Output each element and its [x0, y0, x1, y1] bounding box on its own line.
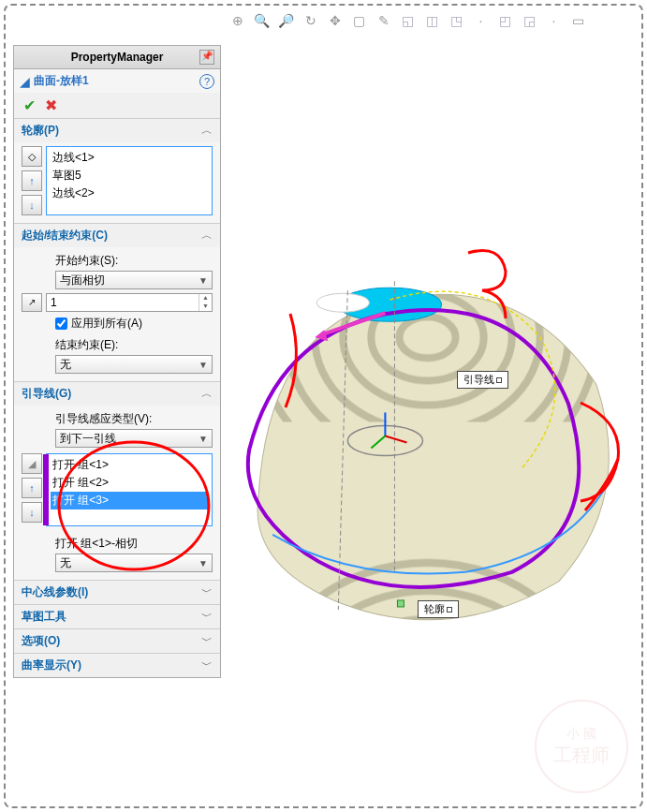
options-header[interactable]: 选项(O) ﹀ [14, 629, 220, 653]
zoom-fit-icon[interactable]: ⊕ [228, 11, 247, 30]
profile-move-up-button[interactable]: ↑ [22, 170, 42, 191]
endpoint-marker [397, 600, 404, 607]
rotate-icon[interactable]: ↻ [301, 11, 320, 30]
chevron-down-icon: ﹀ [201, 633, 213, 649]
chevron-down-icon: ▼ [199, 275, 208, 286]
apply-scene-icon[interactable]: ◰ [496, 11, 515, 30]
view-orient-icon[interactable]: ✎ [375, 11, 393, 30]
sketchtools-header[interactable]: 草图工具 ﹀ [14, 605, 220, 628]
centerline-section: 中心线参数(I) ﹀ [14, 580, 220, 604]
help-icon[interactable]: ? [199, 74, 214, 89]
cancel-button[interactable]: ✖ [45, 96, 57, 114]
profiles-list[interactable]: 边线<1> 草图5 边线<2> [46, 146, 213, 215]
graphics-viewport[interactable]: 引导线 轮廓 [221, 45, 634, 799]
end-constraint-select[interactable]: 无 ▼ [55, 355, 213, 374]
zoom-area-icon[interactable]: 🔍 [253, 11, 272, 30]
apply-all-checkbox[interactable] [55, 317, 67, 330]
chevron-down-icon: ▼ [199, 434, 208, 444]
guide-move-down-button[interactable]: ↓ [22, 502, 42, 523]
chevron-up-icon: ︿ [201, 123, 213, 139]
influence-label: 引导线感应类型(V): [55, 411, 213, 427]
chevron-down-icon: ▼ [199, 558, 208, 568]
chevron-down-icon: ﹀ [201, 657, 213, 673]
list-item[interactable]: 打开 组<1> [51, 456, 208, 474]
direction-button[interactable]: ↗ [22, 293, 42, 312]
chevron-down-icon: ﹀ [201, 609, 213, 625]
profile-move-down-button[interactable]: ↓ [22, 195, 42, 215]
profile-top-hole [316, 293, 369, 312]
spin-down[interactable]: ▼ [199, 303, 212, 311]
profiles-header[interactable]: 轮廓(P) ︿ [14, 119, 220, 142]
feature-title-row: ◢ 曲面-放样1 ? [14, 69, 220, 93]
apply-all-label: 应用到所有(A) [71, 316, 142, 332]
profiles-section: 轮廓(P) ︿ ◇ ↑ ↓ 边线<1> 草图5 边线<2> [14, 118, 220, 223]
ok-button[interactable]: ✔ [23, 96, 36, 114]
guide-tangent-icon[interactable]: ◢ [22, 453, 42, 474]
guide-move-up-button[interactable]: ↑ [22, 478, 42, 498]
start-constraint-label: 开始约束(S): [55, 253, 213, 269]
tangent-length-input[interactable]: ▲▼ [46, 293, 213, 312]
guides-list[interactable]: 打开 组<1> 打开 组<2> 打开 组<3> [46, 453, 213, 526]
chevron-down-icon: ▼ [199, 360, 208, 370]
list-item[interactable]: 边线<1> [51, 149, 208, 167]
pan-icon[interactable]: ✥ [326, 11, 345, 30]
constraints-header[interactable]: 起始/结束约束(C) ︿ [14, 224, 220, 247]
guides-header[interactable]: 引导线(G) ︿ [14, 382, 220, 406]
scene-icon[interactable]: ◳ [448, 11, 466, 30]
hide-show-icon[interactable]: ◫ [423, 11, 442, 30]
feature-name: 曲面-放样1 [34, 73, 89, 89]
guide-callout[interactable]: 引导线 [457, 371, 508, 389]
profile-loop-icon[interactable]: ◇ [22, 146, 42, 167]
chevron-up-icon: ︿ [201, 228, 213, 244]
spin-up[interactable]: ▲ [199, 294, 212, 303]
list-item[interactable]: 边线<2> [51, 185, 208, 202]
view-toolbar: ⊕ 🔍 🔎 ↻ ✥ ▢ ✎ ◱ ◫ ◳ · ◰ ◲ · ▭ [187, 9, 628, 32]
guide-handle [43, 454, 49, 525]
view-settings-icon[interactable]: ◲ [521, 11, 539, 30]
section-icon[interactable]: ▢ [350, 11, 369, 30]
zoom-icon[interactable]: 🔎 [277, 11, 296, 30]
ok-cancel-row: ✔ ✖ [14, 93, 220, 118]
list-item[interactable]: 草图5 [51, 167, 208, 185]
sep2: · [545, 11, 564, 30]
curvature-section: 曲率显示(Y) ﹀ [14, 653, 220, 677]
guide-tangent-select[interactable]: 无 ▼ [55, 554, 213, 572]
profile-callout[interactable]: 轮廓 [418, 600, 459, 618]
panel-header: PropertyManager 📌 [14, 46, 220, 69]
constraints-section: 起始/结束约束(C) ︿ 开始约束(S): 与面相切 ▼ ↗ ▲▼ 应用到所有 [14, 223, 220, 381]
display-style-icon[interactable]: ◱ [399, 11, 418, 30]
sep: · [472, 11, 491, 30]
chevron-up-icon: ︿ [201, 386, 213, 402]
list-item[interactable]: 打开 组<2> [51, 474, 208, 492]
start-constraint-select[interactable]: 与面相切 ▼ [55, 271, 213, 289]
list-item[interactable]: 打开 组<3> [51, 492, 208, 509]
influence-select[interactable]: 到下一引线 ▼ [55, 429, 213, 448]
curvature-header[interactable]: 曲率显示(Y) ﹀ [14, 654, 220, 677]
centerline-header[interactable]: 中心线参数(I) ﹀ [14, 581, 220, 604]
options-section: 选项(O) ﹀ [14, 628, 220, 653]
sketchtools-section: 草图工具 ﹀ [14, 604, 220, 628]
guide-tangent-label: 打开 组<1>-相切 [55, 536, 213, 552]
loft-surface [257, 294, 609, 620]
screen-icon[interactable]: ▭ [569, 11, 588, 30]
chevron-down-icon: ﹀ [201, 584, 213, 600]
end-constraint-label: 结束约束(E): [55, 337, 213, 353]
pin-icon[interactable]: 📌 [199, 50, 214, 65]
guides-section: 引导线(G) ︿ 引导线感应类型(V): 到下一引线 ▼ ◢ ↑ ↓ 打开 组 [14, 381, 220, 580]
property-manager-panel: PropertyManager 📌 ◢ 曲面-放样1 ? ✔ ✖ 轮廓(P) ︿… [13, 45, 221, 678]
panel-title: PropertyManager [35, 51, 199, 64]
loft-feature-icon: ◢ [20, 74, 30, 89]
